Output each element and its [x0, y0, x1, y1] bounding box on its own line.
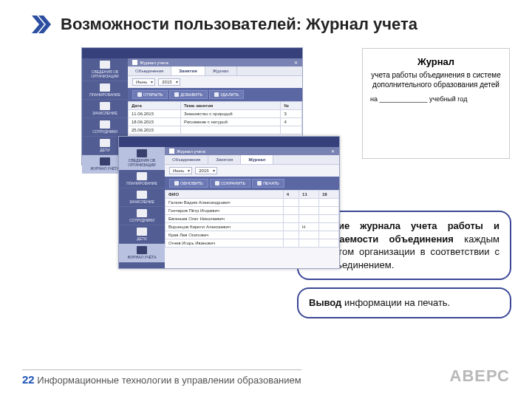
- app1-breadcrumb: Журнал учета✕: [128, 58, 302, 66]
- add-button[interactable]: ДОБАВИТЬ: [169, 90, 208, 99]
- year-select[interactable]: 2015: [158, 78, 180, 86]
- brand-logo: АВЕРС: [450, 366, 510, 386]
- app1-table: ДатаТема занятия№ 11.06.2015Знакомство с…: [128, 101, 302, 134]
- footer: 22 Информационные технологии в управлени…: [22, 366, 510, 386]
- footer-left: 22 Информационные технологии в управлени…: [22, 369, 301, 386]
- tab-journal-2[interactable]: Журнал: [241, 155, 273, 164]
- tab-groups-2[interactable]: Объединения: [165, 155, 208, 164]
- journal-preview: Журнал учета работы объединения в систем…: [362, 48, 510, 159]
- month-select-2[interactable]: Июнь: [169, 167, 192, 174]
- month-select[interactable]: Июнь: [132, 78, 155, 86]
- journal-year-line: на _____________ учебный год: [370, 95, 502, 103]
- app2-table: ФИО41118 Галкин Вадим Александрович Гонч…: [165, 190, 339, 248]
- chevron-icon: [30, 13, 52, 35]
- page-number: 22: [22, 373, 35, 386]
- refresh-button[interactable]: ОБНОВИТЬ: [169, 179, 208, 188]
- app2-sidebar: СВЕДЕНИЯ ОБ ОРГАНИЗАЦИИ ПЛАНИРОВАНИЕ ЗАЧ…: [119, 147, 165, 268]
- page-title: Возможности пользователей: Журнал учета: [61, 15, 417, 34]
- print-button[interactable]: ПЕЧАТЬ: [252, 179, 284, 188]
- open-button[interactable]: ОТКРЫТЬ: [132, 90, 168, 99]
- app-screenshot-2: СВЕДЕНИЯ ОБ ОРГАНИЗАЦИИ ПЛАНИРОВАНИЕ ЗАЧ…: [118, 136, 340, 269]
- journal-heading: Журнал: [370, 56, 502, 67]
- journal-body: учета работы объединения в системе допол…: [370, 70, 502, 89]
- page-header: Возможности пользователей: Журнал учета: [0, 0, 532, 41]
- tab-journal[interactable]: Журнал: [205, 66, 237, 75]
- year-select-2[interactable]: 2015: [195, 167, 216, 174]
- app1-titlebar: [82, 48, 302, 58]
- callout-2: Вывод информации на печать.: [297, 287, 511, 318]
- tab-lessons-2[interactable]: Занятия: [208, 155, 241, 164]
- app2-titlebar: [119, 137, 339, 147]
- delete-button[interactable]: УДАЛИТЬ: [209, 90, 244, 99]
- tab-lessons[interactable]: Занятия: [171, 66, 205, 75]
- save-button[interactable]: СОХРАНИТЬ: [210, 179, 250, 188]
- tab-groups[interactable]: Объединения: [128, 66, 171, 75]
- app2-breadcrumb: Журнал учета✕: [165, 147, 339, 155]
